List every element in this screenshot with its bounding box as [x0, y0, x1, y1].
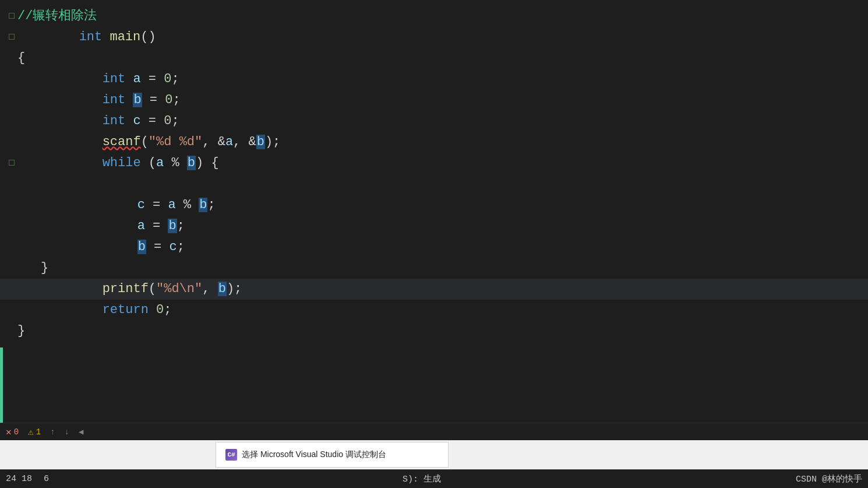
bottom-info-bar: 24 18 6 S): 生成 CSDN @林的快手 — [0, 469, 868, 488]
error-count: 0 — [14, 427, 19, 437]
gutter-1: □ — [6, 6, 17, 27]
vs-console-item[interactable]: C# 选择 Microsoft Visual Studio 调试控制台 — [216, 442, 449, 468]
return-text: return 0; — [41, 279, 171, 342]
line-b-assign: b = c; — [0, 237, 868, 258]
brace-open-text: { — [17, 48, 25, 69]
taskbar-label: 选择 Microsoft Visual Studio 调试控制台 — [242, 450, 386, 460]
collapse-main-icon[interactable]: □ — [9, 27, 15, 48]
error-icon: ✕ — [6, 426, 12, 438]
collapse-while-icon[interactable]: □ — [9, 153, 15, 174]
collapse-icon[interactable]: □ — [9, 6, 15, 27]
code-content-area[interactable]: □ //辗转相除法 □ int main() { int a = 0; — [0, 0, 868, 347]
chevron-left[interactable]: ◀ — [79, 427, 83, 437]
line-main-def: □ int main() — [0, 27, 868, 48]
build-label: 生成 — [424, 475, 441, 485]
line-return: return 0; — [0, 300, 868, 321]
build-prefix: S): — [403, 475, 418, 485]
gutter-8: □ — [6, 153, 17, 174]
cursor-position: 24 18 — [6, 474, 32, 484]
line-while: □ while (a % b) { — [0, 153, 868, 174]
taskbar: C# 选择 Microsoft Visual Studio 调试控制台 — [0, 440, 868, 469]
line-count: 6 — [44, 474, 49, 484]
up-arrow[interactable]: ↑ — [50, 427, 55, 437]
error-indicator[interactable]: ✕ 0 — [6, 426, 19, 438]
brace-close-text: } — [17, 321, 25, 342]
warning-count: 1 — [36, 427, 41, 437]
code-editor: □ //辗转相除法 □ int main() { int a = 0; — [0, 0, 868, 423]
bottom-right-area: S): 生成 CSDN @林的快手 — [403, 473, 862, 485]
vs-icon: C# — [225, 449, 237, 461]
gutter-2: □ — [6, 27, 17, 48]
warning-indicator[interactable]: ⚠ 1 — [28, 426, 41, 438]
down-arrow[interactable]: ↓ — [65, 427, 69, 437]
status-bar: ✕ 0 ⚠ 1 ↑ ↓ ◀ — [0, 423, 868, 440]
warning-icon: ⚠ — [28, 426, 34, 438]
brand-label: CSDN @林的快手 — [796, 475, 862, 485]
